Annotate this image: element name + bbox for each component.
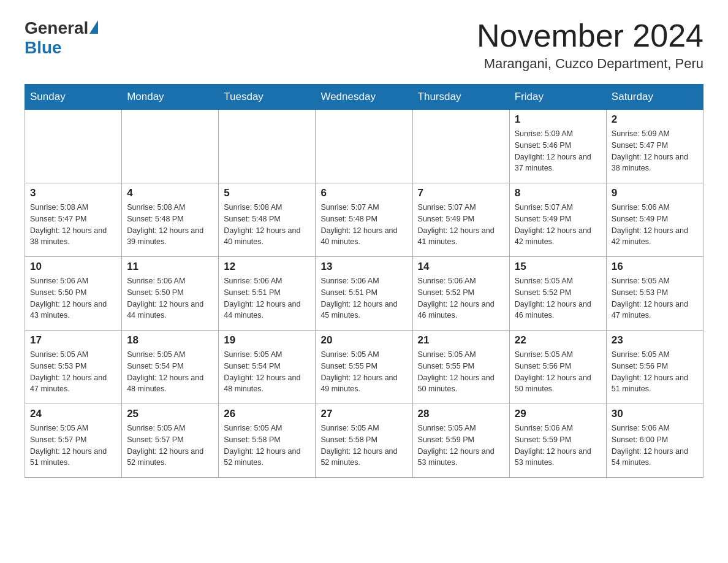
day-number: 4 xyxy=(127,187,213,199)
calendar-cell: 2Sunrise: 5:09 AMSunset: 5:47 PMDaylight… xyxy=(606,110,703,183)
day-info: Sunrise: 5:06 AMSunset: 5:50 PMDaylight:… xyxy=(30,275,116,321)
calendar-week-row: 24Sunrise: 5:05 AMSunset: 5:57 PMDayligh… xyxy=(25,404,703,478)
calendar-cell: 26Sunrise: 5:05 AMSunset: 5:58 PMDayligh… xyxy=(219,404,316,478)
calendar-week-row: 17Sunrise: 5:05 AMSunset: 5:53 PMDayligh… xyxy=(25,331,703,404)
day-info: Sunrise: 5:08 AMSunset: 5:48 PMDaylight:… xyxy=(127,202,213,248)
day-number: 26 xyxy=(224,408,310,420)
calendar-cell xyxy=(412,110,509,183)
day-info: Sunrise: 5:05 AMSunset: 5:53 PMDaylight:… xyxy=(612,275,698,321)
day-info: Sunrise: 5:05 AMSunset: 5:54 PMDaylight:… xyxy=(224,349,310,395)
calendar-week-row: 1Sunrise: 5:09 AMSunset: 5:46 PMDaylight… xyxy=(25,110,703,183)
calendar-cell: 22Sunrise: 5:05 AMSunset: 5:56 PMDayligh… xyxy=(509,331,606,404)
day-number: 24 xyxy=(30,408,116,420)
calendar-cell xyxy=(219,110,316,183)
day-info: Sunrise: 5:05 AMSunset: 5:52 PMDaylight:… xyxy=(515,275,601,321)
day-info: Sunrise: 5:06 AMSunset: 5:52 PMDaylight:… xyxy=(418,275,504,321)
calendar-cell: 23Sunrise: 5:05 AMSunset: 5:56 PMDayligh… xyxy=(606,331,703,404)
day-number: 5 xyxy=(224,187,310,199)
day-number: 2 xyxy=(612,113,698,126)
calendar-cell: 19Sunrise: 5:05 AMSunset: 5:54 PMDayligh… xyxy=(219,331,316,404)
day-info: Sunrise: 5:05 AMSunset: 5:55 PMDaylight:… xyxy=(320,349,407,395)
calendar-header-row: SundayMondayTuesdayWednesdayThursdayFrid… xyxy=(25,85,703,110)
day-info: Sunrise: 5:08 AMSunset: 5:48 PMDaylight:… xyxy=(224,202,310,248)
calendar-cell: 29Sunrise: 5:06 AMSunset: 5:59 PMDayligh… xyxy=(509,404,606,478)
calendar-table: SundayMondayTuesdayWednesdayThursdayFrid… xyxy=(25,84,703,478)
day-info: Sunrise: 5:06 AMSunset: 5:51 PMDaylight:… xyxy=(224,275,310,321)
calendar-cell: 4Sunrise: 5:08 AMSunset: 5:48 PMDaylight… xyxy=(122,183,219,257)
day-number: 14 xyxy=(418,261,504,273)
day-number: 17 xyxy=(30,334,116,347)
day-number: 30 xyxy=(612,408,698,420)
day-info: Sunrise: 5:05 AMSunset: 5:56 PMDaylight:… xyxy=(612,349,698,395)
title-section: November 2024 Marangani, Cuzco Departmen… xyxy=(477,18,703,72)
logo-blue-text: Blue xyxy=(25,38,98,58)
day-info: Sunrise: 5:05 AMSunset: 5:57 PMDaylight:… xyxy=(127,423,213,469)
calendar-cell: 3Sunrise: 5:08 AMSunset: 5:47 PMDaylight… xyxy=(25,183,122,257)
calendar-cell: 20Sunrise: 5:05 AMSunset: 5:55 PMDayligh… xyxy=(316,331,412,404)
day-number: 10 xyxy=(30,261,116,273)
day-info: Sunrise: 5:06 AMSunset: 5:50 PMDaylight:… xyxy=(127,275,213,321)
day-number: 11 xyxy=(127,261,213,273)
calendar-header-monday: Monday xyxy=(122,85,219,110)
calendar-cell: 6Sunrise: 5:07 AMSunset: 5:48 PMDaylight… xyxy=(316,183,412,257)
day-number: 9 xyxy=(612,187,698,199)
calendar-cell: 24Sunrise: 5:05 AMSunset: 5:57 PMDayligh… xyxy=(25,404,122,478)
calendar-cell xyxy=(122,110,219,183)
day-info: Sunrise: 5:05 AMSunset: 5:57 PMDaylight:… xyxy=(30,423,116,469)
day-info: Sunrise: 5:05 AMSunset: 5:53 PMDaylight:… xyxy=(30,349,116,395)
day-number: 18 xyxy=(127,334,213,347)
day-info: Sunrise: 5:06 AMSunset: 5:59 PMDaylight:… xyxy=(515,423,601,469)
calendar-cell: 5Sunrise: 5:08 AMSunset: 5:48 PMDaylight… xyxy=(219,183,316,257)
calendar-cell: 9Sunrise: 5:06 AMSunset: 5:49 PMDaylight… xyxy=(606,183,703,257)
calendar-header-saturday: Saturday xyxy=(606,85,703,110)
day-number: 3 xyxy=(30,187,116,199)
day-info: Sunrise: 5:07 AMSunset: 5:49 PMDaylight:… xyxy=(418,202,504,248)
calendar-cell: 16Sunrise: 5:05 AMSunset: 5:53 PMDayligh… xyxy=(606,257,703,331)
day-number: 16 xyxy=(612,261,698,273)
logo: General Blue xyxy=(25,18,98,58)
day-number: 8 xyxy=(515,187,601,199)
day-number: 13 xyxy=(320,261,407,273)
calendar-cell: 10Sunrise: 5:06 AMSunset: 5:50 PMDayligh… xyxy=(25,257,122,331)
day-number: 29 xyxy=(515,408,601,420)
location-title: Marangani, Cuzco Department, Peru xyxy=(477,56,703,72)
day-info: Sunrise: 5:06 AMSunset: 6:00 PMDaylight:… xyxy=(612,423,698,469)
calendar-cell xyxy=(316,110,412,183)
page-header: General Blue November 2024 Marangani, Cu… xyxy=(25,18,703,72)
day-number: 23 xyxy=(612,334,698,347)
day-info: Sunrise: 5:09 AMSunset: 5:47 PMDaylight:… xyxy=(612,128,698,174)
calendar-header-thursday: Thursday xyxy=(412,85,509,110)
logo-general-text: General xyxy=(25,18,88,38)
calendar-header-wednesday: Wednesday xyxy=(316,85,412,110)
calendar-cell: 14Sunrise: 5:06 AMSunset: 5:52 PMDayligh… xyxy=(412,257,509,331)
day-number: 15 xyxy=(515,261,601,273)
day-number: 1 xyxy=(515,113,601,126)
calendar-cell: 21Sunrise: 5:05 AMSunset: 5:55 PMDayligh… xyxy=(412,331,509,404)
calendar-cell xyxy=(25,110,122,183)
calendar-cell: 1Sunrise: 5:09 AMSunset: 5:46 PMDaylight… xyxy=(509,110,606,183)
calendar-cell: 11Sunrise: 5:06 AMSunset: 5:50 PMDayligh… xyxy=(122,257,219,331)
calendar-cell: 13Sunrise: 5:06 AMSunset: 5:51 PMDayligh… xyxy=(316,257,412,331)
day-number: 12 xyxy=(224,261,310,273)
day-number: 21 xyxy=(418,334,504,347)
logo-triangle-icon xyxy=(89,20,98,34)
calendar-cell: 28Sunrise: 5:05 AMSunset: 5:59 PMDayligh… xyxy=(412,404,509,478)
calendar-cell: 17Sunrise: 5:05 AMSunset: 5:53 PMDayligh… xyxy=(25,331,122,404)
day-info: Sunrise: 5:05 AMSunset: 5:59 PMDaylight:… xyxy=(418,423,504,469)
calendar-header-sunday: Sunday xyxy=(25,85,122,110)
day-info: Sunrise: 5:07 AMSunset: 5:48 PMDaylight:… xyxy=(320,202,407,248)
calendar-cell: 15Sunrise: 5:05 AMSunset: 5:52 PMDayligh… xyxy=(509,257,606,331)
day-info: Sunrise: 5:05 AMSunset: 5:54 PMDaylight:… xyxy=(127,349,213,395)
calendar-cell: 7Sunrise: 5:07 AMSunset: 5:49 PMDaylight… xyxy=(412,183,509,257)
logo-text: General Blue xyxy=(25,18,98,58)
calendar-header-tuesday: Tuesday xyxy=(219,85,316,110)
calendar-cell: 8Sunrise: 5:07 AMSunset: 5:49 PMDaylight… xyxy=(509,183,606,257)
calendar-cell: 18Sunrise: 5:05 AMSunset: 5:54 PMDayligh… xyxy=(122,331,219,404)
day-info: Sunrise: 5:05 AMSunset: 5:58 PMDaylight:… xyxy=(320,423,407,469)
day-info: Sunrise: 5:07 AMSunset: 5:49 PMDaylight:… xyxy=(515,202,601,248)
day-info: Sunrise: 5:09 AMSunset: 5:46 PMDaylight:… xyxy=(515,128,601,174)
day-number: 25 xyxy=(127,408,213,420)
month-title: November 2024 xyxy=(477,18,703,53)
day-number: 7 xyxy=(418,187,504,199)
calendar-cell: 30Sunrise: 5:06 AMSunset: 6:00 PMDayligh… xyxy=(606,404,703,478)
